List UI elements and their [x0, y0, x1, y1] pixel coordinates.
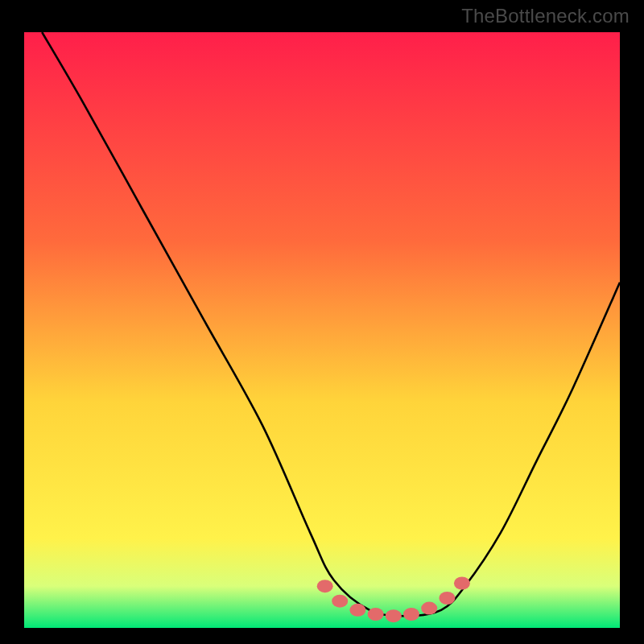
- marker-dot: [368, 608, 384, 621]
- marker-dot: [421, 602, 437, 615]
- attribution-label: TheBottleneck.com: [461, 5, 630, 27]
- bottleneck-chart: [24, 32, 620, 628]
- chart-frame: TheBottleneck.com: [0, 0, 644, 644]
- marker-dot: [332, 595, 348, 608]
- marker-dot: [386, 609, 402, 622]
- marker-dot: [317, 580, 333, 592]
- gradient-background: [24, 32, 620, 628]
- marker-dot: [349, 604, 365, 617]
- marker-dot: [454, 577, 470, 590]
- plot-area: [24, 32, 620, 628]
- marker-dot: [403, 608, 419, 621]
- marker-dot: [439, 592, 455, 605]
